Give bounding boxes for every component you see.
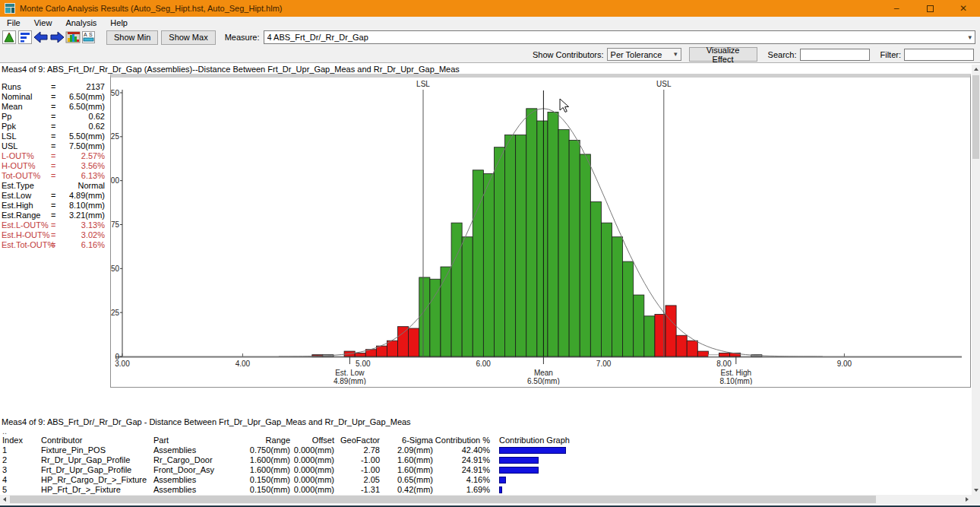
y-tick-label: 100 [111,176,119,185]
minimize-button[interactable]: – [880,0,913,17]
stat-equals: = [51,240,55,250]
stat-value: 0.62 [89,112,105,122]
table-row[interactable]: 1Fixture_Pin_POSAssemblies0.750(mm)0.000… [0,445,971,455]
table-cell: 42.40% [433,445,490,455]
histogram-bar [569,140,580,356]
stat-row-runs: Runs=2137 [0,82,110,92]
contribution-bar-cell [499,475,971,485]
menu-file[interactable]: File [0,18,27,27]
column-header-contribution-[interactable]: Contribution % [433,436,490,445]
next-measure-arrow-icon[interactable] [49,30,65,45]
column-header-part[interactable]: Part [153,436,246,445]
histogram-bar [516,135,526,356]
menu-analysis[interactable]: Analysis [58,18,103,27]
table-row[interactable]: 4HP_Rr_Cargo_Dr_>_FixtureAssemblies0.150… [0,475,971,485]
stat-label: Est.Range [2,211,40,220]
histogram-icon[interactable] [2,30,17,45]
column-header-contributor[interactable]: Contributor [41,436,153,445]
table-cell: 0.150(mm) [246,485,290,495]
y-tick-label: 75 [111,220,119,229]
menu-view[interactable]: View [27,18,59,27]
vertical-scroll-thumb[interactable] [972,75,979,159]
histogram-bar [441,267,451,356]
histogram-bar [419,277,430,356]
stat-row-usl: USL=7.50(mm) [0,141,110,151]
column-header-index[interactable]: Index [0,436,41,445]
stat-label: Tot-OUT% [2,171,40,181]
column-header-6-sigma[interactable]: 6-Sigma [380,436,433,445]
table-cell: Assemblies [153,475,246,485]
est-low-label: Est. Low [335,369,365,377]
stat-equals: = [51,151,55,161]
table-cell: Rr_Dr_Upr_Gap_Profile [41,455,153,465]
stat-row-tot-out-: Tot-OUT%=6.13% [0,171,110,181]
histogram-panel: 02550751001251503.004.005.006.007.008.00… [110,74,971,388]
measure-dropdown[interactable]: 4 ABS_Frt_Dr/_Rr_Dr_Gap ▾ [264,30,975,44]
stat-equals: = [51,161,55,171]
stat-label: Est.Type [2,181,34,191]
contribution-bar [499,486,502,493]
chevron-down-icon: ▾ [674,51,678,58]
table-row[interactable]: 5HP_Frt_Dr_>_FixtureAssemblies0.150(mm)0… [0,485,971,495]
stat-value: 3.21(mm) [69,211,105,220]
filter-input[interactable] [904,49,974,61]
close-button[interactable]: ✕ [947,0,980,17]
statistics-panel: Runs=2137Nominal=6.50(mm)Mean=6.50(mm)Pp… [0,82,110,250]
stat-label: Est.Tot-OUT% [2,240,55,250]
column-header-geofactor[interactable]: GeoFactor [334,436,380,445]
scroll-up-arrow-icon[interactable] [972,65,980,74]
table-cell: 24.91% [433,455,490,465]
scrollbar-corner [971,495,980,504]
table-cell: 2 [0,455,41,465]
histogram-bar [719,353,730,356]
histogram-bar [526,109,537,356]
stat-equals: = [51,112,55,122]
horizontal-scrollbar[interactable] [0,495,971,504]
scroll-down-arrow-icon[interactable] [972,486,980,495]
maximize-button[interactable] [913,0,947,17]
stat-value: 4.89(mm) [69,191,105,201]
est-high-label: Est. High [721,369,752,377]
x-tick-label: 7.00 [596,360,612,368]
stat-equals: = [51,92,55,102]
measurement-header: Meas4 of 9: ABS_Frt_Dr/_Rr_Dr_Gap (Assem… [2,65,460,74]
scroll-right-arrow-icon[interactable] [963,495,971,504]
pareto-bars-icon[interactable] [17,30,33,45]
histogram-bar [537,121,548,356]
histogram-bar [494,147,504,356]
stat-row-est-low: Est.Low=4.89(mm) [0,191,110,201]
show-max-button[interactable]: Show Max [161,30,215,45]
stat-equals: = [51,220,55,230]
table-cell: 1.60(mm) [380,465,433,475]
stat-label: L-OUT% [2,151,34,161]
table-cell: Fixture_Pin_POS [41,445,153,455]
table-cell: 3 [0,465,41,475]
horizontal-scroll-thumb[interactable] [10,496,876,503]
stat-row-est-range: Est.Range=3.21(mm) [0,211,110,220]
column-header-range[interactable]: Range [246,436,290,445]
visualize-effect-button[interactable]: Visualize Effect [689,47,757,62]
search-input[interactable] [800,49,870,61]
stat-equals: = [51,230,55,240]
results-content: Meas4 of 9: ABS_Frt_Dr/_Rr_Dr_Gap (Assem… [0,62,980,504]
show-min-button[interactable]: Show Min [106,30,158,45]
table-row[interactable]: 2Rr_Dr_Upr_Gap_ProfileRr_Cargo_Door1.600… [0,455,971,465]
column-header-offset[interactable]: Offset [290,436,334,445]
maximize-icon [927,5,934,12]
column-header-contribution-graph[interactable]: Contribution Graph [499,436,971,445]
stat-row-h-out-: H-OUT%=3.56% [0,161,110,171]
y-tick-label: 50 [111,265,119,273]
menu-help[interactable]: Help [103,18,134,27]
vertical-scrollbar[interactable] [972,65,980,495]
usl-label: USL [656,80,672,88]
stat-row-l-out-: L-OUT%=2.57% [0,151,110,161]
scroll-left-arrow-icon[interactable] [0,495,8,504]
table-row[interactable]: 3Frt_Dr_Upr_Gap_ProfileFront_Door_Asy1.6… [0,465,971,475]
colored-histogram-icon[interactable] [65,30,81,45]
sort-contributors-icon[interactable]: AS [81,30,96,45]
stat-value: 6.50(mm) [69,92,105,102]
show-contributors-dropdown[interactable]: Per Tolerance ▾ [607,48,681,61]
previous-measure-arrow-icon[interactable] [33,30,49,45]
histogram-bar [355,353,365,356]
x-tick-label: 5.00 [356,360,371,368]
